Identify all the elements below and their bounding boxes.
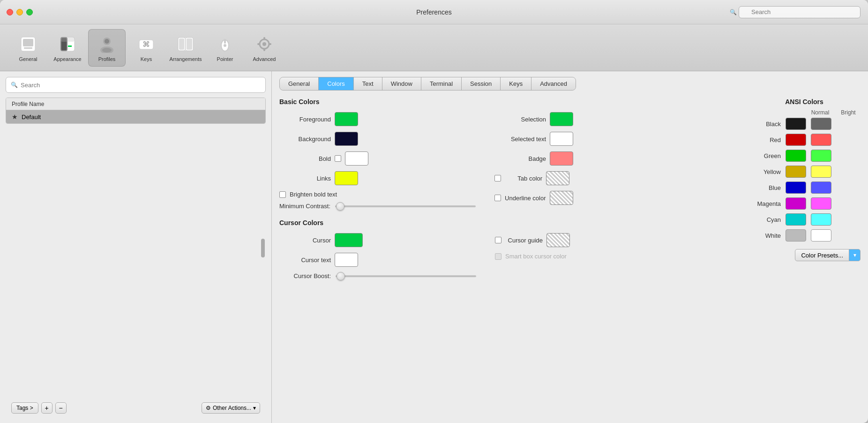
cursor-swatch[interactable]: [335, 233, 363, 247]
ansi-row-white: White: [748, 229, 861, 242]
foreground-swatch[interactable]: [335, 112, 358, 126]
tab-color-swatch[interactable]: [546, 171, 569, 185]
ansi-yellow-bright-swatch[interactable]: [811, 166, 831, 178]
cursor-right-col: Cursor guide Smart box cursor color: [495, 233, 570, 284]
toolbar-item-pointer[interactable]: Pointer: [206, 29, 244, 67]
selected-text-label: Selected text: [494, 136, 546, 143]
advanced-label: Advanced: [253, 56, 276, 62]
color-presets-dropdown-button[interactable]: ▾: [849, 249, 861, 261]
badge-swatch[interactable]: [550, 151, 573, 166]
background-swatch[interactable]: [335, 132, 358, 146]
pointer-label: Pointer: [217, 56, 233, 62]
ansi-magenta-normal-swatch[interactable]: [786, 197, 806, 210]
ansi-black-bright-swatch[interactable]: [811, 118, 831, 130]
tab-color-checkbox[interactable]: [494, 175, 501, 181]
toolbar-item-appearance[interactable]: Appearance: [49, 29, 86, 67]
ansi-red-bright-swatch[interactable]: [811, 134, 831, 146]
svg-rect-25: [263, 48, 265, 51]
remove-profile-button[interactable]: −: [55, 402, 67, 414]
bold-checkbox[interactable]: [335, 155, 341, 162]
ansi-magenta-bright-swatch[interactable]: [811, 197, 831, 210]
other-actions-button[interactable]: ⚙ Other Actions... ▾: [202, 402, 260, 414]
general-label: General: [19, 56, 37, 62]
min-contrast-row: Minimum Contrast:: [279, 203, 476, 210]
toolbar-item-keys[interactable]: ⌘ Keys: [127, 29, 165, 67]
selected-text-row: Selected text: [494, 132, 573, 146]
underline-color-label: Underline color: [505, 195, 546, 202]
gear-icon: ⚙: [206, 405, 211, 411]
minimize-button[interactable]: [16, 9, 23, 15]
maximize-button[interactable]: [26, 9, 33, 15]
brighten-bold-checkbox[interactable]: [279, 191, 286, 198]
svg-rect-26: [257, 43, 260, 45]
tab-terminal[interactable]: Terminal: [421, 77, 462, 90]
profile-name-header-label: Profile Name: [12, 101, 44, 107]
underline-color-swatch[interactable]: [550, 191, 573, 205]
add-profile-button[interactable]: +: [41, 402, 52, 414]
cursor-text-swatch[interactable]: [335, 253, 358, 267]
underline-color-row: Underline color: [494, 191, 573, 205]
bold-swatch[interactable]: [345, 151, 368, 166]
min-contrast-slider-thumb[interactable]: [336, 202, 344, 211]
cursor-colors-title: Cursor Colors: [279, 219, 734, 227]
cursor-guide-checkbox[interactable]: [495, 237, 501, 243]
close-button[interactable]: [7, 9, 13, 15]
underline-color-checkbox[interactable]: [494, 195, 501, 201]
tab-colors[interactable]: Colors: [319, 77, 354, 90]
profile-search-box[interactable]: 🔍: [6, 77, 266, 93]
cursor-boost-slider-thumb[interactable]: [337, 272, 345, 280]
ansi-row-red: Red: [748, 134, 861, 146]
tab-text[interactable]: Text: [354, 77, 382, 90]
ansi-row-green: Green: [748, 150, 861, 162]
ansi-green-normal-swatch[interactable]: [786, 150, 806, 162]
ansi-cyan-bright-swatch[interactable]: [811, 213, 831, 226]
preferences-window: Preferences 🔍 General: [0, 0, 868, 423]
selected-text-swatch[interactable]: [550, 132, 573, 146]
ansi-blue-bright-swatch[interactable]: [811, 181, 831, 194]
titlebar: Preferences 🔍: [0, 0, 868, 24]
ansi-white-bright-swatch[interactable]: [811, 229, 831, 242]
scroll-handle[interactable]: [261, 239, 265, 257]
ansi-red-normal-swatch[interactable]: [786, 134, 806, 146]
ansi-white-normal-swatch[interactable]: [786, 229, 806, 242]
basic-right-col: Selection Selected text Badge: [494, 112, 573, 219]
ansi-cyan-normal-swatch[interactable]: [786, 213, 806, 226]
toolbar-item-profiles[interactable]: Profiles: [88, 29, 126, 67]
profile-item-default[interactable]: ★ Default: [6, 110, 265, 123]
selection-label: Selection: [494, 116, 546, 123]
badge-row: Badge: [494, 151, 573, 166]
profile-search-input[interactable]: [21, 82, 261, 89]
links-label: Links: [279, 175, 331, 182]
foreground-label: Foreground: [279, 116, 331, 123]
tab-color-row: Tab color: [494, 171, 573, 185]
profile-list-body: ★ Default: [6, 110, 265, 123]
cursor-text-label: Cursor text: [279, 257, 331, 264]
title-search-input[interactable]: [739, 6, 861, 18]
right-panel: General Colors Text Window Terminal Sess…: [272, 71, 868, 423]
tab-session[interactable]: Session: [462, 77, 501, 90]
ansi-row-magenta: Magenta: [748, 197, 861, 210]
toolbar-item-advanced[interactable]: Advanced: [246, 29, 283, 67]
ansi-blue-normal-swatch[interactable]: [786, 181, 806, 194]
tags-button[interactable]: Tags >: [11, 402, 38, 414]
ansi-yellow-label: Yellow: [748, 168, 781, 175]
colors-content: Basic Colors Foreground Background: [279, 98, 861, 417]
ansi-yellow-normal-swatch[interactable]: [786, 166, 806, 178]
cursor-guide-swatch[interactable]: [546, 233, 570, 247]
tab-general[interactable]: General: [280, 77, 319, 90]
smart-box-checkbox[interactable]: [495, 253, 501, 260]
tab-keys[interactable]: Keys: [501, 77, 531, 90]
brighten-bold-label: Brighten bold text: [290, 191, 337, 198]
selection-swatch[interactable]: [550, 112, 573, 126]
ansi-black-normal-swatch[interactable]: [786, 118, 806, 130]
tab-window[interactable]: Window: [382, 77, 421, 90]
color-presets-button[interactable]: Color Presets...: [795, 249, 849, 261]
appearance-label: Appearance: [53, 56, 81, 62]
svg-rect-1: [23, 39, 33, 46]
toolbar-item-general[interactable]: General: [9, 29, 47, 67]
toolbar-item-arrangements[interactable]: Arrangements: [167, 29, 204, 67]
tab-advanced[interactable]: Advanced: [531, 77, 576, 90]
ansi-green-bright-swatch[interactable]: [811, 150, 831, 162]
arrangements-label: Arrangements: [169, 56, 202, 62]
links-swatch[interactable]: [335, 171, 358, 185]
